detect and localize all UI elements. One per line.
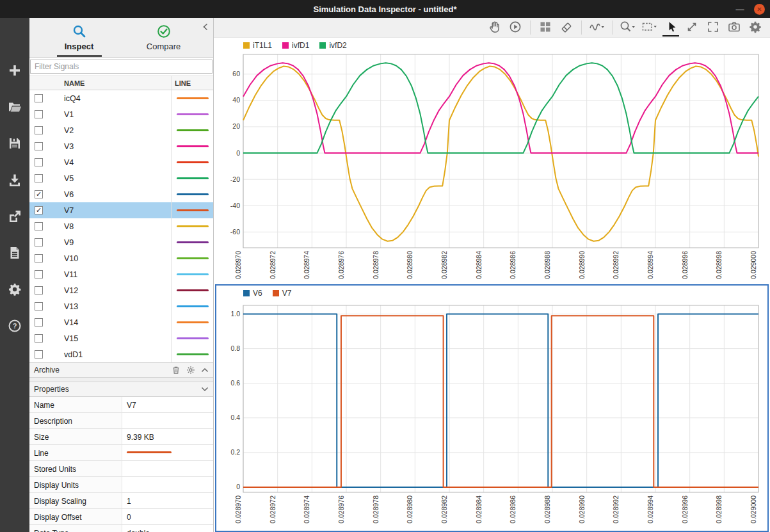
properties-collapse-button[interactable]: [201, 387, 209, 392]
signal-line-swatch[interactable]: [177, 209, 209, 211]
signal-checkbox[interactable]: [35, 334, 43, 343]
signal-checkbox[interactable]: [35, 142, 43, 150]
archive-delete-button[interactable]: [172, 366, 180, 375]
signal-row[interactable]: V8: [29, 218, 213, 234]
signal-checkbox[interactable]: [35, 238, 43, 246]
archive-bar[interactable]: Archive: [29, 362, 213, 378]
zoom-button[interactable]: [619, 19, 636, 36]
signal-line-swatch[interactable]: [177, 289, 209, 291]
pan-button[interactable]: [486, 19, 502, 36]
subplot-2-plot[interactable]: 1.00.80.60.40.200.0289700.0289720.028974…: [216, 300, 767, 528]
series-V7[interactable]: [243, 316, 758, 487]
archive-collapse-button[interactable]: [201, 367, 209, 373]
close-button[interactable]: ✕: [754, 4, 765, 15]
signal-row[interactable]: ✓V7: [29, 202, 213, 218]
signal-checkbox[interactable]: [35, 94, 43, 102]
signal-line-swatch[interactable]: [177, 273, 209, 275]
signal-row[interactable]: V10: [29, 250, 213, 266]
signal-row[interactable]: V13: [29, 298, 213, 314]
signal-row[interactable]: V14: [29, 314, 213, 330]
signal-checkbox[interactable]: ✓: [35, 190, 43, 198]
add-button[interactable]: [7, 63, 22, 78]
subplot-2-selected[interactable]: V6V7 1.00.80.60.40.200.0289700.0289720.0…: [215, 284, 769, 532]
signal-style-button[interactable]: [588, 19, 606, 36]
help-button[interactable]: ?: [7, 318, 22, 334]
signal-line-swatch[interactable]: [177, 145, 209, 147]
signal-checkbox[interactable]: [35, 318, 43, 326]
signal-checkbox[interactable]: [35, 254, 43, 262]
signal-line-swatch[interactable]: [177, 225, 209, 227]
tab-compare[interactable]: Compare: [122, 18, 206, 57]
subplot-layout-button[interactable]: [537, 19, 554, 36]
signal-row[interactable]: icQ4: [29, 90, 213, 106]
series-iT1L1[interactable]: [243, 66, 758, 241]
signal-row[interactable]: V11: [29, 266, 213, 282]
clear-subplot-button[interactable]: [558, 19, 575, 36]
signal-line-swatch[interactable]: [177, 177, 209, 179]
legend-item-ivfD1[interactable]: ivfD1: [282, 41, 309, 50]
subplot-1-plot[interactable]: 6040200-20-40-600.0289700.0289720.028974…: [214, 52, 770, 282]
property-row[interactable]: Line: [29, 445, 213, 461]
signal-checkbox[interactable]: [35, 302, 43, 310]
tab-inspect[interactable]: Inspect: [37, 18, 122, 57]
signal-checkbox[interactable]: [35, 222, 43, 230]
property-row[interactable]: Display Units: [29, 477, 213, 493]
signal-row[interactable]: V2: [29, 122, 213, 138]
signal-checkbox[interactable]: [35, 174, 43, 182]
property-row[interactable]: Display Scaling1: [29, 493, 213, 509]
signal-row[interactable]: vdD1: [29, 346, 213, 362]
legend-item-iT1L1[interactable]: iT1L1: [243, 41, 272, 50]
fit-to-view-button[interactable]: [684, 19, 700, 36]
series-V6[interactable]: [243, 314, 758, 487]
archive-settings-button[interactable]: [186, 366, 195, 375]
minimize-button[interactable]: —: [735, 4, 745, 14]
legend-item-V6[interactable]: V6: [243, 289, 262, 298]
import-button[interactable]: [7, 172, 22, 188]
signal-checkbox[interactable]: [35, 158, 43, 166]
signal-checkbox[interactable]: [35, 126, 43, 134]
signal-row[interactable]: V5: [29, 170, 213, 186]
signal-checkbox[interactable]: ✓: [35, 206, 43, 214]
signal-line-swatch[interactable]: [177, 97, 209, 99]
signal-line-swatch[interactable]: [177, 113, 209, 115]
signal-line-swatch[interactable]: [177, 337, 209, 339]
signal-line-swatch[interactable]: [177, 129, 209, 131]
property-row[interactable]: Size9.39 KB: [29, 429, 213, 445]
signal-checkbox[interactable]: [35, 350, 43, 359]
legend-item-V7[interactable]: V7: [273, 289, 292, 298]
signal-line-swatch[interactable]: [177, 241, 209, 243]
signal-row[interactable]: V12: [29, 282, 213, 298]
preferences-button[interactable]: [7, 282, 22, 297]
property-row[interactable]: Data Typedouble: [29, 525, 213, 532]
signal-row[interactable]: V1: [29, 106, 213, 122]
property-row[interactable]: Display Offset0: [29, 509, 213, 525]
replay-button[interactable]: [507, 19, 524, 36]
create-report-button[interactable]: [7, 245, 22, 261]
signal-line-swatch[interactable]: [177, 305, 209, 307]
signal-checkbox[interactable]: [35, 110, 43, 118]
plot-settings-button[interactable]: [747, 19, 764, 36]
save-button[interactable]: [7, 136, 22, 151]
signal-row[interactable]: ✓V6: [29, 186, 213, 202]
property-row[interactable]: NameV7: [29, 397, 213, 413]
properties-bar[interactable]: Properties: [29, 382, 213, 397]
signal-checkbox[interactable]: [35, 270, 43, 278]
export-button[interactable]: [7, 209, 22, 224]
cursor-button[interactable]: [662, 19, 679, 36]
filter-signals-input[interactable]: [30, 60, 213, 74]
signal-line-swatch[interactable]: [177, 161, 209, 163]
signal-row[interactable]: V9: [29, 234, 213, 250]
signal-line-swatch[interactable]: [177, 257, 209, 259]
fullscreen-button[interactable]: [705, 19, 721, 36]
region-select-button[interactable]: [641, 19, 658, 36]
signal-line-swatch[interactable]: [177, 321, 209, 323]
snapshot-button[interactable]: [726, 19, 742, 36]
legend-item-ivfD2[interactable]: ivfD2: [319, 41, 346, 50]
signal-row[interactable]: V4: [29, 154, 213, 170]
property-row[interactable]: Stored Units: [29, 461, 213, 477]
signal-row[interactable]: V15: [29, 330, 213, 346]
signal-line-swatch[interactable]: [177, 353, 209, 355]
signal-line-swatch[interactable]: [177, 193, 209, 195]
open-button[interactable]: [7, 99, 22, 115]
signal-checkbox[interactable]: [35, 286, 43, 294]
